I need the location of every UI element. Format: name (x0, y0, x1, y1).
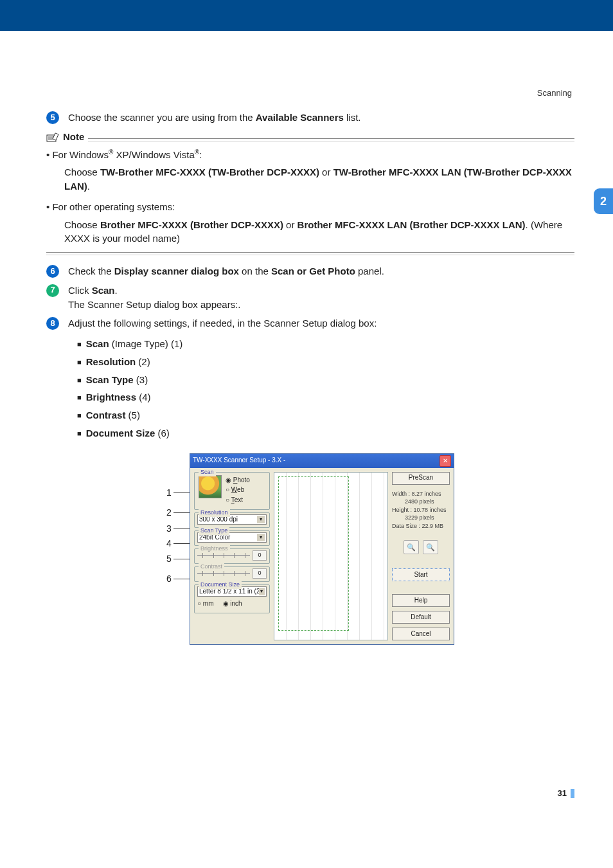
dialog-title: TW-XXXX Scanner Setup - 3.X - (193, 456, 440, 466)
docsize-legend: Document Size (199, 581, 242, 589)
scan-legend: Scan (199, 468, 216, 476)
s7-pre: Click (68, 285, 92, 296)
help-button[interactable]: Help (392, 594, 450, 607)
sub1-pre: Choose (64, 167, 100, 177)
step-5-text-pre: Choose the scanner you are using from th… (68, 112, 256, 123)
dimension-info: Width : 8.27 inches 2480 pixels Height :… (392, 490, 450, 530)
s7-post: . (115, 285, 118, 296)
sub2-b2: Brother MFC-XXXX LAN (Brother DCP-XXXX L… (298, 219, 526, 230)
callout-2: 2 (166, 505, 190, 521)
step-number-5: 5 (46, 111, 59, 124)
sub1-or: or (319, 167, 333, 177)
step-7: 7 Click Scan. The Scanner Setup dialog b… (46, 284, 574, 312)
note-bullet-1: For Windows® XP/Windows Vista®: Choose T… (55, 148, 574, 194)
note-icon (46, 131, 60, 143)
cancel-button[interactable]: Cancel (392, 628, 450, 640)
step-number-8: 8 (46, 317, 59, 330)
sub2-or: or (283, 219, 298, 230)
s6-mid: on the (239, 266, 271, 276)
setting-brightness: Brightness (4) (77, 390, 574, 404)
section-header: Scanning (537, 87, 572, 100)
unit-mm[interactable]: ○ mm (197, 599, 214, 609)
chevron-down-icon: ▾ (257, 516, 265, 523)
dialog-titlebar[interactable]: TW-XXXX Scanner Setup - 3.X - ✕ (190, 454, 454, 468)
zoom-out-icon[interactable]: 🔍 (423, 540, 438, 554)
note-b2-text: For other operating systems: (52, 201, 175, 212)
note-b1-mid: XP/Windows Vista (113, 149, 194, 160)
page-number-bar (571, 789, 574, 798)
top-header-bar (0, 0, 613, 31)
radio-web[interactable]: ○ Web (226, 485, 250, 495)
settings-list: Scan (Image Type) (1) Resolution (2) Sca… (46, 337, 574, 440)
start-button[interactable]: Start (392, 568, 450, 581)
note-title: Note (63, 130, 84, 144)
scan-fieldset: Scan ◉ Photo ○ Web ○ Text (194, 472, 270, 511)
note-sub-2: Choose Brother MFC-XXXX (Brother DCP-XXX… (64, 218, 574, 246)
page-number: 31 (558, 788, 574, 800)
note-b1-post: : (199, 149, 202, 160)
setting-resolution: Resolution (2) (77, 355, 574, 369)
s7-line2: The Scanner Setup dialog box appears:. (68, 298, 574, 312)
close-icon[interactable]: ✕ (440, 455, 451, 467)
chevron-down-icon: ▾ (257, 534, 265, 541)
prescan-button[interactable]: PreScan (392, 472, 450, 485)
contrast-fieldset: Contrast 0 (194, 566, 270, 582)
sub1-post: . (87, 181, 90, 192)
setting-contrast: Contrast (5) (77, 408, 574, 422)
radio-text[interactable]: ○ Text (226, 496, 250, 505)
callout-3: 3 (166, 521, 190, 537)
chapter-tab: 2 (594, 188, 613, 214)
scanner-setup-dialog: TW-XXXX Scanner Setup - 3.X - ✕ Scan ◉ P… (190, 453, 454, 646)
preview-area[interactable] (274, 472, 388, 641)
s6-b2: Scan or Get Photo (271, 266, 355, 276)
setting-scan: Scan (Image Type) (1) (77, 337, 574, 351)
scantype-legend: Scan Type (199, 527, 229, 535)
s6-pre: Check the (68, 266, 114, 276)
step-5: 5 Choose the scanner you are using from … (46, 111, 574, 125)
contrast-legend: Contrast (199, 563, 224, 571)
step-number-6: 6 (46, 265, 59, 278)
scan-thumbnail (199, 475, 222, 498)
step-5-body: Choose the scanner you are using from th… (68, 111, 574, 125)
note-b1-pre: For Windows (52, 149, 109, 160)
callout-5: 5 (166, 551, 190, 568)
contrast-value: 0 (253, 568, 267, 579)
default-button[interactable]: Default (392, 611, 450, 624)
step-8: 8 Adjust the following settings, if need… (46, 316, 574, 330)
chevron-down-icon: ▾ (259, 588, 265, 595)
callout-4: 4 (166, 537, 190, 551)
sub2-b1: Brother MFC-XXXX (Brother DCP-XXXX) (100, 219, 283, 230)
setting-docsize: Document Size (6) (77, 426, 574, 440)
callout-6: 6 (166, 568, 190, 591)
resolution-legend: Resolution (199, 509, 230, 517)
note-end-rule (46, 252, 574, 255)
s7-b: Scan (92, 285, 115, 296)
scantype-fieldset: Scan Type 24bit Color▾ (194, 530, 270, 546)
note-rule (88, 138, 574, 141)
s8-text: Adjust the following settings, if needed… (68, 318, 377, 329)
step-6: 6 Check the Display scanner dialog box o… (46, 264, 574, 278)
radio-photo[interactable]: ◉ Photo (226, 476, 250, 485)
note-block: Note For Windows® XP/Windows Vista®: Cho… (46, 130, 574, 255)
step-7-body: Click Scan. The Scanner Setup dialog box… (68, 284, 574, 312)
note-sub-1: Choose TW-Brother MFC-XXXX (TW-Brother D… (64, 165, 574, 194)
setting-scantype: Scan Type (3) (77, 373, 574, 387)
brightness-value: 0 (253, 550, 267, 561)
step-5-text-post: list. (344, 112, 361, 123)
zoom-in-icon[interactable]: 🔍 (404, 540, 419, 554)
step-8-body: Adjust the following settings, if needed… (68, 316, 574, 330)
s6-b1: Display scanner dialog box (114, 266, 239, 276)
resolution-fieldset: Resolution 300 x 300 dpi▾ (194, 512, 270, 528)
sub2-pre: Choose (64, 219, 100, 230)
step-number-7: 7 (46, 284, 59, 297)
docsize-fieldset: Document Size Letter 8 1/2 x 11 in (215.… (194, 584, 270, 613)
callout-1: 1 (166, 482, 190, 505)
step-5-text-bold: Available Scanners (256, 112, 344, 123)
sub1-b1: TW-Brother MFC-XXXX (TW-Brother DCP-XXXX… (100, 167, 319, 177)
unit-inch[interactable]: ◉ inch (223, 599, 242, 609)
callout-column: 1 2 3 4 5 6 (166, 453, 190, 591)
scanner-dialog-figure: 1 2 3 4 5 6 TW-XXXX Scanner Setup - 3.X … (46, 453, 574, 646)
step-6-body: Check the Display scanner dialog box on … (68, 264, 574, 278)
note-bullet-2: For other operating systems: Choose Brot… (55, 200, 574, 246)
brightness-fieldset: Brightness 0 (194, 548, 270, 564)
